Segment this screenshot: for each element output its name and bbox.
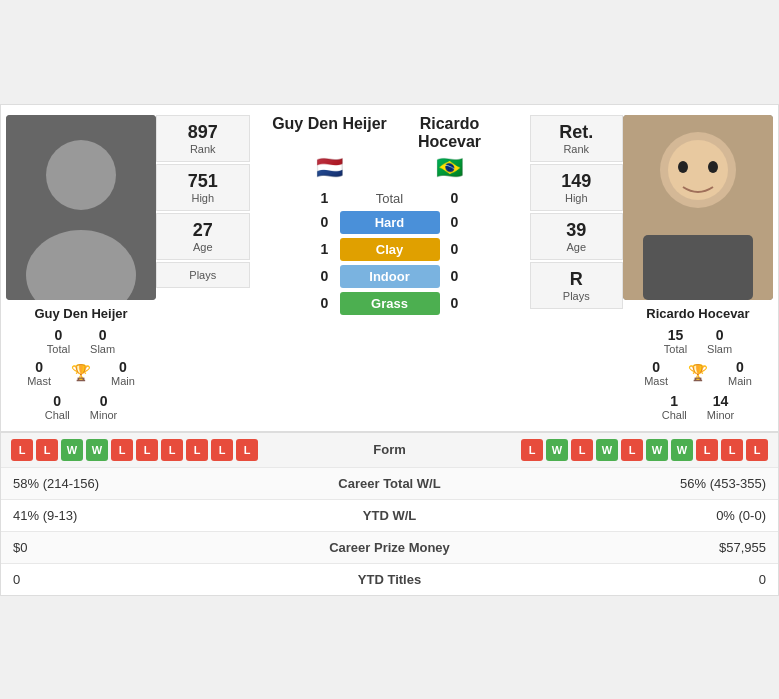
left-trophy-row: 0 Mast 🏆 0 Main — [27, 359, 135, 387]
hard-right: 0 — [440, 214, 470, 230]
form-badge-left: W — [61, 439, 83, 461]
right-rank-box: Ret. Rank — [530, 115, 624, 162]
form-badge-left: L — [236, 439, 258, 461]
stat-center-label: YTD Titles — [201, 563, 578, 595]
stat-right-val: 0% (0-0) — [578, 499, 778, 531]
left-stats-row3: 0 Chall 0 Minor — [45, 393, 118, 421]
right-high-box: 149 High — [530, 164, 624, 211]
right-player-block: Ricardo Hocevar 15 Total 0 Slam 0 Mast 🏆 — [623, 115, 773, 421]
right-player-name: Ricardo Hocevar — [646, 306, 749, 321]
hard-row: 0 Hard 0 — [250, 211, 530, 234]
right-form-badges: LWLWLWWLLL — [440, 439, 769, 461]
form-section: LLWWLLLLLL Form LWLWLWWLLL — [1, 431, 778, 467]
right-stats-row3: 1 Chall 14 Minor — [662, 393, 735, 421]
clay-row: 1 Clay 0 — [250, 238, 530, 261]
left-mast: 0 Mast — [27, 359, 51, 387]
right-minor: 14 Minor — [707, 393, 735, 421]
left-side-stats: 897 Rank 751 High 27 Age Plays — [156, 115, 250, 421]
grass-left: 0 — [310, 295, 340, 311]
form-badge-right: W — [671, 439, 693, 461]
right-age-box: 39 Age — [530, 213, 624, 260]
indoor-row: 0 Indoor 0 — [250, 265, 530, 288]
left-total-score: 1 — [310, 190, 340, 206]
hard-btn[interactable]: Hard — [340, 211, 440, 234]
hard-left: 0 — [310, 214, 340, 230]
form-badge-left: L — [111, 439, 133, 461]
stat-center-label: Career Prize Money — [201, 531, 578, 563]
left-age-box: 27 Age — [156, 213, 250, 260]
svg-point-8 — [708, 161, 718, 173]
left-trophy-icon: 🏆 — [71, 363, 91, 382]
form-badge-left: L — [211, 439, 233, 461]
top-section: Guy Den Heijer 0 Total 0 Slam 0 Mast 🏆 — [1, 105, 778, 431]
left-main: 0 Main — [111, 359, 135, 387]
form-badge-right: W — [646, 439, 668, 461]
form-badge-left: L — [11, 439, 33, 461]
form-badge-left: L — [186, 439, 208, 461]
svg-point-1 — [46, 140, 116, 210]
main-container: Guy Den Heijer 0 Total 0 Slam 0 Mast 🏆 — [0, 104, 779, 596]
player-names-row: Guy Den Heijer Ricardo Hocevar — [250, 115, 530, 151]
form-badge-right: L — [521, 439, 543, 461]
left-player-photo — [6, 115, 156, 300]
right-side-stats: Ret. Rank 149 High 39 Age R Plays — [530, 115, 624, 421]
grass-right: 0 — [440, 295, 470, 311]
left-rank-box: 897 Rank — [156, 115, 250, 162]
left-player-name: Guy Den Heijer — [34, 306, 127, 321]
center-block: Guy Den Heijer Ricardo Hocevar 🇳🇱 🇧🇷 1 T… — [250, 115, 530, 421]
left-stats-row1: 0 Total 0 Slam — [47, 327, 115, 355]
grass-btn[interactable]: Grass — [340, 292, 440, 315]
form-badge-right: L — [746, 439, 768, 461]
stat-left-val: $0 — [1, 531, 201, 563]
left-high-box: 751 High — [156, 164, 250, 211]
form-badge-right: W — [546, 439, 568, 461]
stats-row: 0 YTD Titles 0 — [1, 563, 778, 595]
stats-row: 41% (9-13) YTD W/L 0% (0-0) — [1, 499, 778, 531]
total-court-row: 1 Total 0 — [310, 189, 470, 207]
form-label: Form — [340, 442, 440, 457]
stat-right-val: 56% (453-355) — [578, 467, 778, 499]
form-badge-right: W — [596, 439, 618, 461]
left-flag: 🇳🇱 — [316, 155, 343, 181]
indoor-left: 0 — [310, 268, 340, 284]
left-center-name: Guy Den Heijer — [270, 115, 390, 151]
stat-left-val: 41% (9-13) — [1, 499, 201, 531]
right-center-name: Ricardo Hocevar — [390, 115, 510, 151]
stat-center-label: YTD W/L — [201, 499, 578, 531]
clay-left: 1 — [310, 241, 340, 257]
left-plays-box: Plays — [156, 262, 250, 288]
clay-right: 0 — [440, 241, 470, 257]
flags-row: 🇳🇱 🇧🇷 — [250, 155, 530, 181]
form-badge-right: L — [721, 439, 743, 461]
stats-row: 58% (214-156) Career Total W/L 56% (453-… — [1, 467, 778, 499]
right-flag: 🇧🇷 — [436, 155, 463, 181]
form-badge-right: L — [621, 439, 643, 461]
right-slam: 0 Slam — [707, 327, 732, 355]
right-stats-row1: 15 Total 0 Slam — [664, 327, 732, 355]
indoor-btn[interactable]: Indoor — [340, 265, 440, 288]
stats-row: $0 Career Prize Money $57,955 — [1, 531, 778, 563]
clay-btn[interactable]: Clay — [340, 238, 440, 261]
stat-right-val: $57,955 — [578, 531, 778, 563]
right-player-photo — [623, 115, 773, 300]
svg-point-7 — [678, 161, 688, 173]
right-main: 0 Main — [728, 359, 752, 387]
stat-center-label: Career Total W/L — [201, 467, 578, 499]
form-badge-left: W — [86, 439, 108, 461]
left-chall: 0 Chall — [45, 393, 70, 421]
left-slam: 0 Slam — [90, 327, 115, 355]
left-form-badges: LLWWLLLLLL — [11, 439, 340, 461]
form-badge-left: L — [36, 439, 58, 461]
right-trophy-icon: 🏆 — [688, 363, 708, 382]
svg-rect-5 — [643, 235, 753, 300]
stats-table: 58% (214-156) Career Total W/L 56% (453-… — [1, 467, 778, 595]
left-total: 0 Total — [47, 327, 70, 355]
stat-right-val: 0 — [578, 563, 778, 595]
total-label: Total — [376, 191, 403, 206]
form-badge-right: L — [571, 439, 593, 461]
right-total-score: 0 — [440, 190, 470, 206]
right-chall: 1 Chall — [662, 393, 687, 421]
form-badge-left: L — [136, 439, 158, 461]
right-trophy-row: 0 Mast 🏆 0 Main — [644, 359, 752, 387]
court-rows: 0 Hard 0 1 Clay 0 0 Indoor 0 0 Grass — [250, 211, 530, 319]
